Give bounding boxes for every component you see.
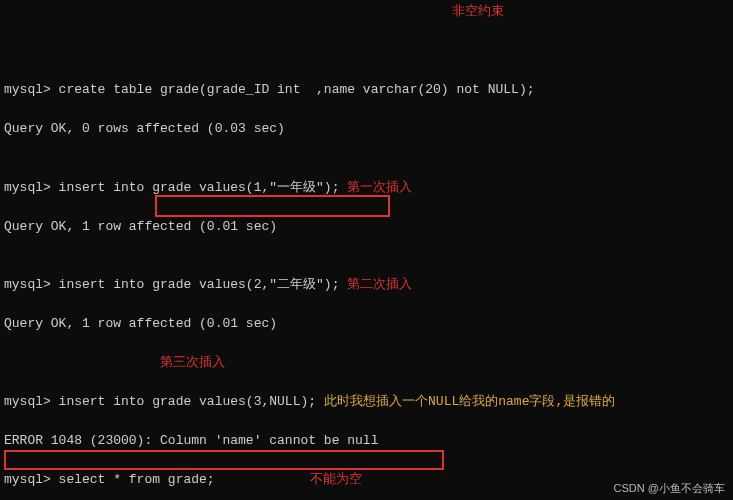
annotation-second-insert: 第二次插入 [347,277,412,292]
terminal-line: mysql> insert into grade values(1,"一年级")… [4,178,729,198]
annotation-first-insert: 第一次插入 [347,180,412,195]
terminal-line: mysql> insert into grade values(3,NULL);… [4,392,729,412]
annotation-null-error-explain: 此时我想插入一个NULL给我的name字段,是报错的 [324,394,615,409]
terminal-line: mysql> insert into grade values(2,"二年级")… [4,275,729,295]
terminal-line: 第三次插入 [4,353,729,373]
terminal-line: Query OK, 0 rows affected (0.03 sec) [4,119,729,139]
highlight-box-error [155,195,390,217]
terminal-line: Query OK, 1 row affected (0.01 sec) [4,217,729,237]
annotation-cannot-be-null: 不能为空 [310,470,362,490]
terminal-line: mysql> create table grade(grade_ID int ,… [4,80,729,100]
watermark: CSDN @小鱼不会骑车 [614,480,725,497]
terminal-line: Query OK, 1 row affected (0.01 sec) [4,314,729,334]
annotation-not-null: 非空约束 [452,2,504,22]
terminal-line: ERROR 1048 (23000): Column 'name' cannot… [4,431,729,451]
highlight-box-name-row [4,450,444,470]
annotation-third-insert: 第三次插入 [160,353,225,373]
